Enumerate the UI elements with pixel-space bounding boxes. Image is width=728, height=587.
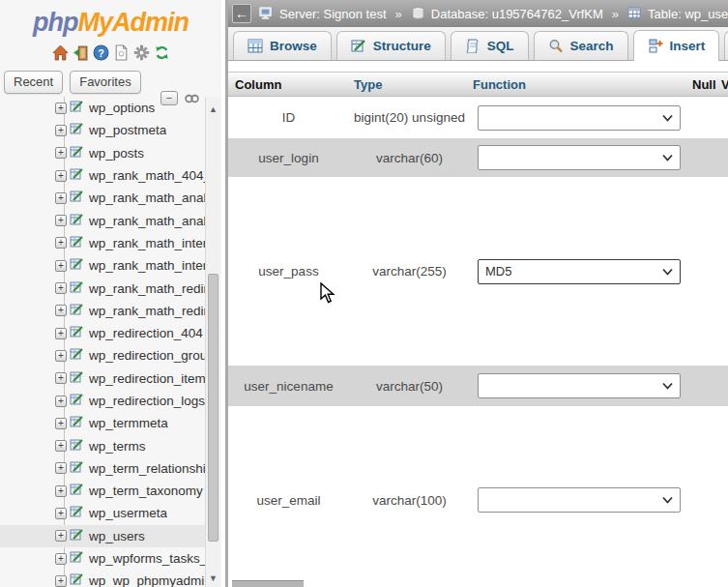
- tree-item[interactable]: +wp_rank_math_analytics_o: [0, 209, 205, 231]
- tab-structure[interactable]: Structure: [336, 31, 446, 60]
- home-icon[interactable]: [52, 44, 69, 61]
- function-select[interactable]: [478, 487, 681, 513]
- function-select-value: MD5: [485, 264, 511, 279]
- expand-icon[interactable]: +: [55, 553, 67, 565]
- tree-item-wp-users[interactable]: +wp_users: [0, 525, 205, 547]
- function-select[interactable]: [478, 373, 681, 398]
- breadcrumb-database-label: Database: u195764762_VrfKM: [431, 7, 603, 21]
- expand-icon[interactable]: +: [55, 440, 67, 452]
- expand-icon[interactable]: +: [55, 575, 67, 587]
- tree-item[interactable]: +wp_rank_math_internal_lin: [0, 232, 205, 254]
- expand-icon[interactable]: +: [55, 530, 67, 542]
- expand-icon[interactable]: +: [55, 418, 67, 429]
- tab-insert[interactable]: Insert: [633, 30, 720, 61]
- favorites-tab[interactable]: Favorites: [70, 71, 140, 94]
- horizontal-scrollbar-thumb[interactable]: [232, 580, 304, 587]
- tree-item[interactable]: +wp_redirection_groups: [0, 344, 205, 367]
- link-with-main-icon[interactable]: [184, 93, 200, 104]
- field-type: varchar(60): [349, 151, 470, 165]
- tree-item[interactable]: +wp_rank_math_analytics_g: [0, 187, 205, 209]
- field-type: varchar(100): [349, 493, 470, 508]
- recent-tab[interactable]: Recent: [4, 71, 63, 94]
- field-type: varchar(50): [349, 379, 470, 394]
- tree-item[interactable]: +wp_rank_math_redirection: [0, 300, 205, 322]
- phpmyadmin-logo[interactable]: phpMyAdmin: [0, 0, 221, 38]
- expand-icon[interactable]: +: [55, 282, 67, 294]
- tree-item[interactable]: +wp_redirection_logs: [0, 390, 205, 412]
- tree-item[interactable]: +wp_rank_math_internal_m: [0, 254, 205, 277]
- breadcrumb-database[interactable]: Database: u195764762_VrfKM: [411, 7, 603, 21]
- sidebar-scrollbar[interactable]: ▲ ▼: [205, 97, 220, 587]
- server-icon: [259, 7, 274, 20]
- table-icon: [70, 347, 85, 364]
- help-icon[interactable]: ?: [93, 44, 109, 61]
- expand-icon[interactable]: +: [55, 350, 67, 362]
- scroll-down-arrow[interactable]: ▼: [206, 573, 220, 583]
- scroll-up-arrow[interactable]: ▲: [206, 104, 220, 114]
- expand-icon[interactable]: +: [55, 147, 67, 159]
- field-name: user_login: [228, 151, 349, 165]
- tree-item[interactable]: +wp_redirection_404: [0, 322, 205, 344]
- tree-item[interactable]: +wp_rank_math_404_logs: [0, 164, 205, 187]
- scrollbar-thumb[interactable]: [208, 274, 218, 542]
- tab-sql[interactable]: SQL: [451, 31, 529, 60]
- tree-item[interactable]: +wp_usermeta: [0, 502, 205, 524]
- table-icon: [70, 100, 85, 116]
- expand-icon[interactable]: +: [55, 462, 67, 474]
- function-select[interactable]: [478, 105, 681, 131]
- expand-icon[interactable]: +: [55, 103, 67, 114]
- expand-icon[interactable]: +: [55, 305, 67, 316]
- tab-search[interactable]: Search: [534, 31, 628, 60]
- tree-item[interactable]: +wp_postmeta: [0, 119, 205, 141]
- collapse-navigation-button[interactable]: ←: [232, 4, 251, 23]
- tab-export[interactable]: Export: [724, 31, 728, 60]
- function-select[interactable]: [478, 145, 681, 170]
- table-icon: [70, 393, 85, 409]
- logout-icon[interactable]: [73, 44, 89, 61]
- documentation-icon[interactable]: [113, 44, 130, 61]
- field-name: user_pass: [228, 264, 349, 279]
- phpmyadmin-app: phpMyAdmin ? Recent Favorites: [0, 0, 728, 587]
- tree-item[interactable]: +wp_termmeta: [0, 412, 205, 434]
- tree-item[interactable]: +wp_terms: [0, 434, 205, 456]
- expand-icon[interactable]: +: [55, 508, 67, 519]
- expand-icon[interactable]: +: [55, 237, 67, 249]
- expand-icon[interactable]: +: [55, 170, 67, 182]
- main-panel: ← Server: Signon test » Database: u19576…: [225, 0, 728, 587]
- tree-item[interactable]: +wp_redirection_items: [0, 367, 205, 390]
- expand-icon[interactable]: +: [55, 260, 67, 272]
- breadcrumb-table[interactable]: Table: wp_users: [627, 7, 728, 21]
- table-icon: [70, 438, 85, 455]
- expand-icon[interactable]: +: [55, 328, 67, 339]
- tree-item[interactable]: +wp_term_taxonomy: [0, 480, 205, 502]
- expand-icon[interactable]: +: [55, 485, 67, 497]
- table-tree: +wp_options +wp_postmeta +wp_posts +wp_r…: [0, 97, 205, 587]
- settings-icon[interactable]: [133, 44, 150, 61]
- expand-icon[interactable]: +: [55, 215, 67, 226]
- tab-browse[interactable]: Browse: [233, 31, 332, 60]
- field-row-user-nicename: user_nicename varchar(50): [228, 366, 728, 406]
- tree-item[interactable]: +wp_wpforms_tasks_meta: [0, 547, 205, 570]
- table-icon: [70, 572, 85, 587]
- breadcrumb-separator: »: [395, 7, 402, 21]
- expand-icon[interactable]: +: [55, 125, 67, 136]
- structure-icon: [351, 39, 366, 53]
- svg-text:?: ?: [98, 46, 103, 58]
- logo-myadmin: MyAdmin: [77, 8, 189, 37]
- refresh-icon[interactable]: [154, 44, 170, 61]
- tree-item[interactable]: +wp_rank_math_redirection: [0, 277, 205, 299]
- expand-icon[interactable]: +: [55, 396, 67, 407]
- tree-item[interactable]: +wp_posts: [0, 142, 205, 164]
- field-row-user-login: user_login varchar(60): [228, 138, 728, 177]
- table-icon: [70, 303, 85, 319]
- tree-item[interactable]: +wp_wp_phpmyadmin_exte: [0, 570, 205, 587]
- collapse-all-button[interactable]: −: [160, 91, 178, 105]
- function-select-md5[interactable]: MD5: [478, 259, 681, 284]
- expand-icon[interactable]: +: [55, 192, 67, 204]
- breadcrumb-server[interactable]: Server: Signon test: [259, 7, 387, 21]
- chevron-down-icon: [662, 496, 673, 504]
- tab-browse-label: Browse: [270, 39, 317, 53]
- expand-icon[interactable]: +: [55, 372, 67, 384]
- tab-structure-label: Structure: [373, 39, 431, 53]
- tree-item[interactable]: +wp_term_relationships: [0, 457, 205, 480]
